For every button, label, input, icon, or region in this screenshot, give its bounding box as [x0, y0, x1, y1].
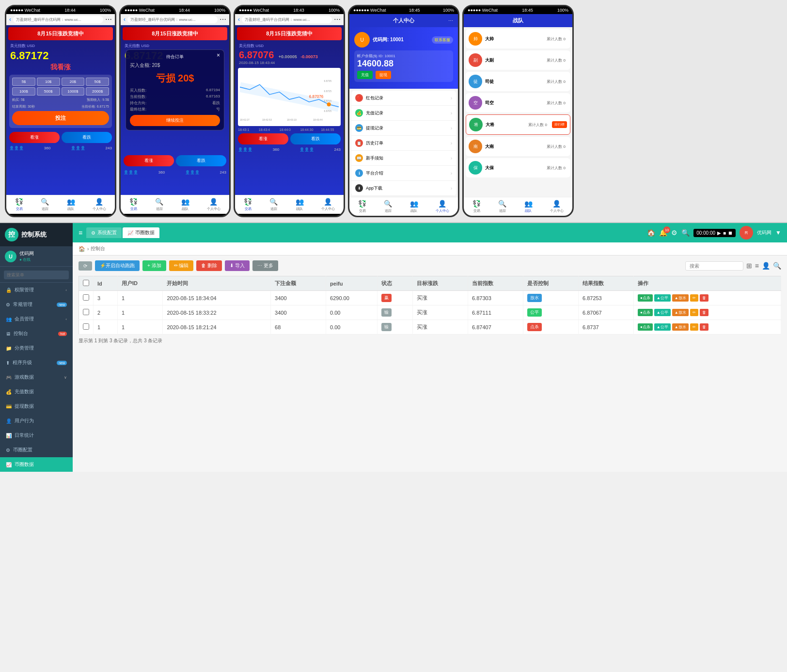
phone4-menu-platform[interactable]: ℹ 平台介绍 ›	[351, 166, 456, 181]
home-icon[interactable]: 🏠	[647, 229, 655, 237]
phone1-bet-20[interactable]: 20$	[62, 78, 85, 86]
sidebar-search-input[interactable]	[4, 271, 69, 279]
phone1-nav-trade[interactable]: 💱交易	[15, 198, 23, 211]
phone2-continue-btn[interactable]: 继续投注	[130, 115, 220, 126]
refresh-button[interactable]: ⟳	[79, 261, 92, 271]
sidebar-item-gamedata[interactable]: 🎮 游戏数据 ∨	[0, 370, 73, 384]
phone2-back-arrow[interactable]: ‹	[124, 16, 126, 23]
row2-act-kill[interactable]: ●点杀	[638, 309, 653, 316]
row3-act-fair[interactable]: ▲公平	[654, 323, 671, 331]
phone5-nav-team[interactable]: 👥战队	[524, 200, 533, 213]
phone1-bet-2000[interactable]: 2000$	[86, 87, 109, 96]
row3-act-edit[interactable]: ✏	[690, 323, 698, 331]
phone3-nav-profile[interactable]: 👤个人中心	[321, 198, 335, 211]
sidebar-item-coindata[interactable]: 📈 币圈数据	[0, 457, 73, 472]
phone4-menu-recharge[interactable]: 💰 充值记录 ›	[351, 106, 456, 121]
menu-toggle-icon[interactable]: ≡	[79, 229, 82, 237]
phone4-menu-newbie[interactable]: 📖 新手须知 ›	[351, 151, 456, 166]
view-icon-3[interactable]: 👤	[762, 262, 770, 270]
phone1-bet-500[interactable]: 500$	[37, 87, 60, 96]
phone5-rank-btn[interactable]: 排行榜	[552, 121, 567, 128]
phone1-submit-btn[interactable]: 投注	[12, 111, 109, 125]
table-search-input[interactable]	[685, 261, 743, 271]
search-icon[interactable]: 🔍	[681, 229, 690, 237]
phone4-nav-team[interactable]: 👥战队	[410, 200, 418, 213]
phone3-bear-btn[interactable]: 看跌	[290, 133, 341, 144]
phone2-nav-profile[interactable]: 👤个人中心	[207, 198, 220, 211]
row1-act-delete[interactable]: 🗑	[700, 294, 708, 302]
phone3-bull-btn[interactable]: 看涨	[238, 133, 288, 144]
phone2-nav-team[interactable]: 👥战队	[181, 198, 189, 211]
phone2-nav-trade[interactable]: 💱交易	[129, 198, 138, 211]
sidebar-item-withdrawal[interactable]: 💳 提现数据	[0, 399, 73, 414]
row2-act-delete[interactable]: 🗑	[700, 309, 708, 316]
phone1-bull-btn[interactable]: 看涨	[9, 132, 60, 143]
phone4-vip-badge[interactable]: 联系客服	[432, 36, 453, 44]
phone1-back-arrow[interactable]: ‹	[9, 16, 11, 23]
row1-act-kill[interactable]: ●点杀	[638, 294, 653, 302]
delete-button[interactable]: 🗑 删除	[196, 260, 222, 271]
row2-act-water[interactable]: ▲放水	[672, 309, 689, 316]
row2-checkbox[interactable]	[83, 309, 89, 315]
sidebar-item-members[interactable]: 👥 会员管理 ‹	[0, 312, 73, 326]
import-button[interactable]: ⬇ 导入	[225, 260, 250, 271]
phone1-bet-50[interactable]: 50$	[86, 78, 109, 86]
view-icon-2[interactable]: ≡	[755, 262, 759, 270]
more-button[interactable]: ⋯ 更多	[252, 260, 278, 271]
sidebar-item-permissions[interactable]: 🔒 权限管理 ‹	[0, 283, 73, 297]
timer-reset-btn[interactable]: ⏹	[728, 230, 733, 236]
add-button[interactable]: + 添加	[142, 260, 166, 271]
phone1-bet-100[interactable]: 100$	[12, 87, 35, 96]
phone4-menu-withdraw[interactable]: 💳 提现记录 ›	[351, 121, 456, 136]
phone1-bear-btn[interactable]: 看跌	[62, 132, 112, 143]
phone5-nav-profile[interactable]: 👤个人中心	[550, 200, 564, 213]
phone4-withdraw-btn[interactable]: 提现	[376, 71, 391, 79]
tab-sysconfig[interactable]: ⚙ 系统配置	[86, 227, 122, 238]
phone5-nav-track[interactable]: 🔍追踪	[498, 200, 506, 213]
phone4-nav-profile[interactable]: 👤个人中心	[436, 200, 449, 213]
row3-act-delete[interactable]: 🗑	[700, 323, 708, 331]
phone2-bull-btn[interactable]: 看涨	[124, 155, 174, 166]
phone4-menu-history[interactable]: 📋 历史订单 ›	[351, 136, 456, 151]
sidebar-item-coinconfig[interactable]: ⚙ 币圈配置	[0, 443, 73, 457]
row3-act-kill[interactable]: ●点杀	[638, 323, 653, 331]
search-submit-icon[interactable]: 🔍	[773, 262, 781, 270]
phone1-nav-team[interactable]: 👥战队	[67, 198, 75, 211]
sidebar-item-category[interactable]: 📁 分类管理	[0, 341, 73, 355]
phone3-back-arrow[interactable]: ‹	[238, 16, 240, 23]
phone3-nav-trade[interactable]: 💱交易	[244, 198, 252, 211]
phone1-bet-1000[interactable]: 1000$	[62, 87, 85, 96]
phone3-nav-team[interactable]: 👥战队	[296, 198, 304, 211]
sidebar-item-recharge[interactable]: 💰 充值数据	[0, 384, 73, 399]
row2-act-fair[interactable]: ▲公平	[654, 309, 671, 316]
phone2-overlay-close[interactable]: ×	[217, 52, 220, 59]
timer-stop-btn[interactable]: ■	[723, 230, 726, 236]
phone3-nav-track[interactable]: 🔍追踪	[269, 198, 278, 211]
phone1-more-dots[interactable]: ⋯	[105, 16, 112, 23]
phone1-bet-10[interactable]: 10$	[37, 78, 60, 86]
phone4-menu-appdownload[interactable]: ⬇ App下载 ›	[351, 181, 456, 196]
row1-checkbox[interactable]	[83, 294, 89, 301]
row3-act-water[interactable]: ▲放水	[672, 323, 689, 331]
phone4-nav-track[interactable]: 🔍追踪	[384, 200, 392, 213]
notification-badge-icon[interactable]: 🔔 10	[659, 228, 667, 237]
row1-act-edit[interactable]: ✏	[690, 294, 698, 302]
phone4-recharge-btn[interactable]: 充值	[357, 71, 373, 79]
phone4-nav-trade[interactable]: 💱交易	[358, 200, 366, 213]
settings-icon[interactable]: ⚙	[671, 229, 677, 237]
row3-checkbox[interactable]	[83, 323, 89, 330]
view-icon-1[interactable]: ⊞	[746, 262, 752, 270]
phone4-menu-redpacket[interactable]: 🔴 红包记录 ›	[351, 91, 456, 106]
phone2-more-dots[interactable]: ⋯	[220, 16, 226, 23]
phone4-dots[interactable]: ⋯	[448, 18, 453, 23]
phone2-bear-btn[interactable]: 看跌	[176, 155, 226, 166]
phone2-nav-track[interactable]: 🔍追踪	[155, 198, 163, 211]
row1-act-water[interactable]: ▲放水	[672, 294, 689, 302]
sidebar-item-dailystats[interactable]: 📊 日常统计	[0, 428, 73, 443]
top-user-arrow[interactable]: ▼	[775, 229, 781, 236]
select-all-checkbox[interactable]	[83, 280, 89, 286]
sidebar-item-upgrade[interactable]: ⬆ 程序升级 new	[0, 355, 73, 370]
row1-act-fair[interactable]: ▲公平	[654, 294, 671, 302]
phone1-bet-5[interactable]: 5$	[12, 78, 35, 86]
tab-coindata[interactable]: 📈 币圈数据	[123, 227, 159, 238]
